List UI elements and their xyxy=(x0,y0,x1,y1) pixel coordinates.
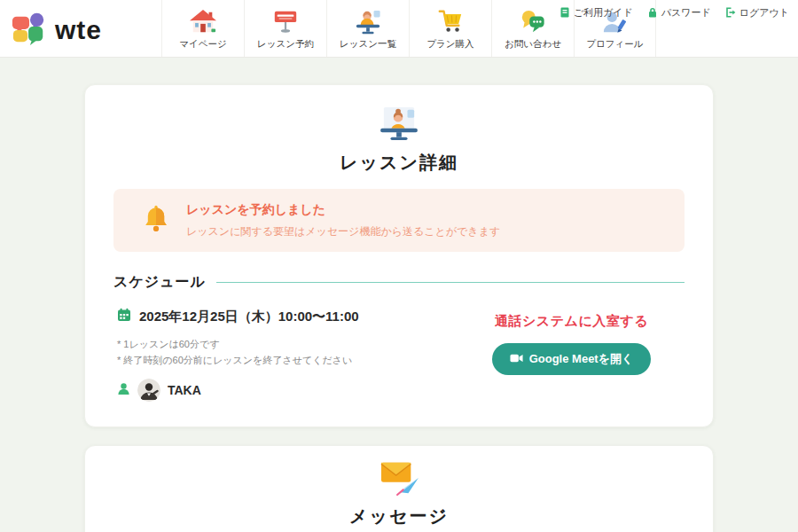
chat-bubbles-icon xyxy=(518,7,548,35)
bell-icon xyxy=(144,205,168,237)
nav-label-mypage: マイページ xyxy=(179,38,226,51)
notice-title: レッスンを予約しました xyxy=(186,202,500,218)
message-section-title: メッセージ xyxy=(113,505,685,528)
reserve-sign-icon xyxy=(270,7,301,35)
message-send-icon xyxy=(377,483,421,498)
nav-item-mypage[interactable]: マイページ xyxy=(161,0,244,57)
lock-icon xyxy=(647,7,658,20)
teacher-avatar xyxy=(137,379,160,402)
video-camera-icon xyxy=(510,353,523,366)
schedule-heading: スケジュール xyxy=(113,273,206,292)
notice-description: レッスンに関する要望はメッセージ機能から送ることができます xyxy=(186,224,500,239)
cart-icon xyxy=(435,7,466,35)
message-card: メッセージ 講師にメッセージを送れます。 レッスンの要望や感想を送ってみましょう… xyxy=(84,445,714,532)
nav-label-lesson-list: レッスン一覧 xyxy=(340,38,396,51)
lesson-detail-title: レッスン詳細 xyxy=(113,151,685,175)
top-header: wte マイページ xyxy=(0,0,798,58)
utility-links: ご利用ガイド パスワード ログアウト xyxy=(559,6,789,20)
nav-item-lesson-reserve[interactable]: レッスン予約 xyxy=(244,0,326,57)
nav-item-plan-purchase[interactable]: プラン購入 xyxy=(409,0,491,57)
reservation-notice: レッスンを予約しました レッスンに関する要望はメッセージ機能から送ることができま… xyxy=(113,189,685,252)
lesson-datetime: 2025年12月25日（木）10:00〜11:00 xyxy=(139,309,359,325)
teacher-person-icon xyxy=(117,382,130,399)
lesson-note-end-time: * 終了時刻の60分前にレッスンを終了させてください xyxy=(117,352,458,368)
logout-link-label: ログアウト xyxy=(739,6,789,20)
logo-text: wte xyxy=(55,15,102,45)
password-link-label: パスワード xyxy=(661,6,711,20)
wte-logo-icon xyxy=(11,11,48,50)
calendar-icon xyxy=(117,308,131,325)
nav-label-lesson-reserve: レッスン予約 xyxy=(257,38,314,51)
home-icon xyxy=(188,7,218,35)
lesson-note-duration: * 1レッスンは60分です xyxy=(117,336,458,352)
nav-label-contact: お問い合わせ xyxy=(505,38,561,51)
open-google-meet-button[interactable]: Google Meetを開く xyxy=(492,343,652,375)
nav-item-lesson-list[interactable]: レッスン一覧 xyxy=(326,0,409,57)
call-system-heading: 通話システムに入室する xyxy=(458,313,685,330)
meet-button-label: Google Meetを開く xyxy=(529,351,634,367)
schedule-divider xyxy=(216,282,685,283)
main-content: レッスン詳細 レッスンを予約しました レッスンに関する要望はメッセージ機能から送… xyxy=(0,58,798,532)
lesson-list-icon xyxy=(353,7,383,35)
lesson-detail-card: レッスン詳細 レッスンを予約しました レッスンに関する要望はメッセージ機能から送… xyxy=(84,84,714,427)
lesson-detail-icon xyxy=(377,129,421,145)
wte-logo[interactable]: wte xyxy=(11,11,102,50)
logout-icon xyxy=(725,7,736,20)
guide-book-icon xyxy=(559,7,570,20)
logout-link[interactable]: ログアウト xyxy=(725,6,789,20)
teacher-name: TAKA xyxy=(168,383,201,397)
password-link[interactable]: パスワード xyxy=(647,6,711,20)
nav-label-profile: プロフィール xyxy=(586,38,643,51)
guide-link-label: ご利用ガイド xyxy=(574,6,633,20)
nav-label-plan-purchase: プラン購入 xyxy=(426,38,473,51)
guide-link[interactable]: ご利用ガイド xyxy=(559,6,633,20)
